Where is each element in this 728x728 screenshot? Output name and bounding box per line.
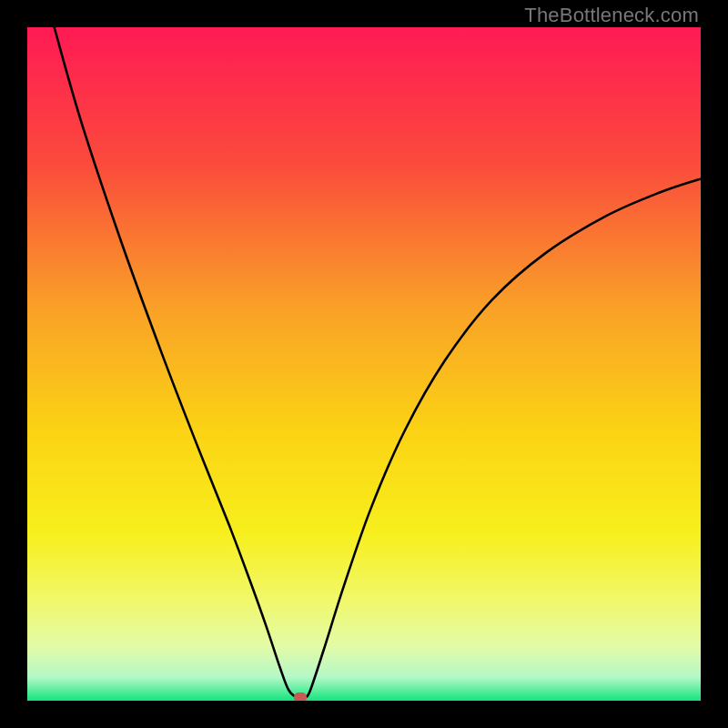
curve-layer (27, 27, 701, 701)
watermark-text: TheBottleneck.com (524, 4, 699, 27)
plot-area (27, 27, 701, 701)
bottleneck-curve (55, 27, 701, 698)
chart-frame: TheBottleneck.com (0, 0, 728, 728)
optimal-point-marker (294, 693, 307, 701)
